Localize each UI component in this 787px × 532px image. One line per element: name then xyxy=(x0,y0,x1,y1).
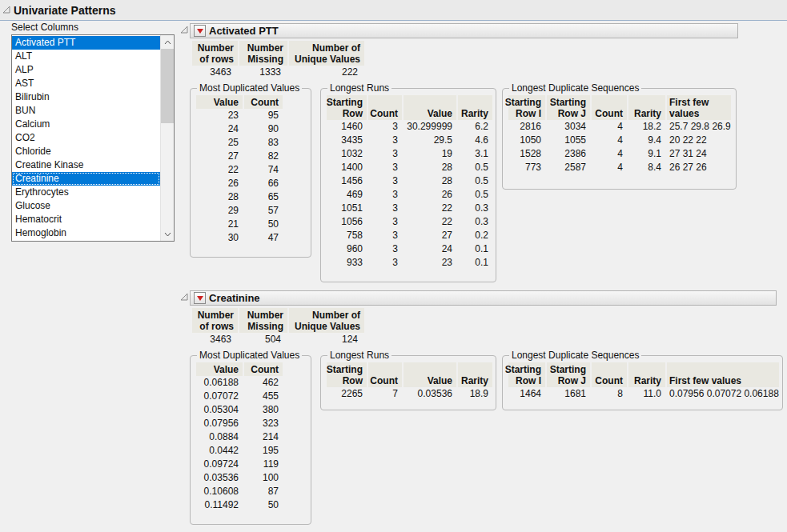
column-header: Value xyxy=(196,95,243,109)
table-cell: 26 27 26 xyxy=(667,161,731,174)
table-cell: 195 xyxy=(244,444,283,458)
column-list-item[interactable]: Glucose xyxy=(12,199,160,213)
table-cell: 0.07956 0.07072 0.06188 xyxy=(667,387,779,401)
table-cell: 22 xyxy=(404,215,456,229)
select-columns-listbox[interactable]: Activated PTT ALT ALP AST Bilirubin BUN … xyxy=(11,34,175,242)
table-cell: 214 xyxy=(244,430,283,444)
table-cell: 0.5 xyxy=(458,174,492,188)
table-cell: 74 xyxy=(244,163,283,177)
disclosure-triangle-icon[interactable] xyxy=(2,5,10,16)
column-list-item-label: Bilirubin xyxy=(15,91,50,102)
table-row: 0.0442 195 xyxy=(196,444,307,458)
listbox-scrollbar[interactable] xyxy=(160,35,174,241)
column-list-item[interactable]: Erythrocytes xyxy=(12,186,160,199)
table-cell: 1464 xyxy=(508,387,545,401)
column-list-item[interactable]: ALT xyxy=(12,50,160,63)
column-header: Number Missing xyxy=(239,308,287,333)
table-row: 26 66 xyxy=(196,177,307,190)
table-row: 0.07072 455 xyxy=(196,390,307,403)
table-cell: 3 xyxy=(368,215,402,229)
most-duplicated-values-box: Most Duplicated Values Value Count 0.061… xyxy=(190,350,311,525)
table-row: 0.05304 380 xyxy=(196,403,307,417)
table-cell: 24 xyxy=(404,242,456,256)
table-cell: 2386 xyxy=(547,147,590,161)
table-cell: 22 xyxy=(404,202,456,215)
table-row: 21 50 xyxy=(196,218,307,231)
table-cell: 323 xyxy=(244,417,283,430)
longest-runs-box: Longest Runs Starting Row Count Value Ra… xyxy=(320,350,496,410)
table-row: 3435 3 29.5 4.6 xyxy=(327,134,492,147)
table-cell: 1456 xyxy=(327,174,367,188)
disclosure-triangle-icon[interactable] xyxy=(180,292,188,303)
column-header: Count xyxy=(592,362,627,387)
column-list-item-label: ALT xyxy=(15,50,32,62)
chevron-up-icon xyxy=(164,40,171,45)
table-cell: 0.05304 xyxy=(196,403,243,417)
column-list-item[interactable]: Creatine Kinase xyxy=(12,158,160,172)
most-duplicated-values-table: Value Count 0.06188 462 0.07072 455 xyxy=(196,362,307,512)
column-list-item-label: Calcium xyxy=(15,118,50,130)
red-triangle-menu-button[interactable] xyxy=(194,292,206,304)
column-header: Starting Row I xyxy=(508,95,545,120)
column-list-item[interactable]: Bilirubin xyxy=(12,90,160,104)
column-list-item-label: Creatine Kinase xyxy=(15,159,83,170)
table-cell: 2587 xyxy=(547,161,590,174)
table-cell: 1055 xyxy=(547,134,590,147)
table-row: 1464 1681 8 11.0 0.07956 0.07072 0.06188 xyxy=(508,387,779,401)
table-cell: 0.06188 xyxy=(196,376,243,390)
table-row: 30 47 xyxy=(196,231,307,245)
table-cell: 469 xyxy=(327,188,367,202)
column-list-item[interactable]: Chloride xyxy=(12,145,160,158)
column-header: Value xyxy=(404,95,456,120)
table-cell: 1460 xyxy=(327,120,367,134)
scroll-down-button[interactable] xyxy=(161,227,175,241)
column-header: Rarity xyxy=(458,362,492,387)
disclosure-triangle-icon[interactable] xyxy=(180,25,188,36)
select-columns-label: Select Columns xyxy=(11,22,78,33)
column-header: Count xyxy=(244,95,283,109)
table-cell: 0.03536 xyxy=(196,471,243,485)
column-list-item[interactable]: Creatinine xyxy=(12,172,160,186)
column-list-item[interactable]: ALP xyxy=(12,63,160,77)
column-list-item[interactable]: CO2 xyxy=(12,131,160,145)
column-header: Number of rows xyxy=(192,308,238,333)
table-row: 1050 1055 4 9.4 20 22 22 xyxy=(508,134,733,147)
red-triangle-icon xyxy=(197,29,203,34)
red-triangle-menu-button[interactable] xyxy=(194,25,206,37)
table-cell: 9.1 xyxy=(628,147,665,161)
section-header-activated-ptt: Activated PTT xyxy=(190,23,738,38)
summary-table: Number of rows Number Missing Number of … xyxy=(192,41,364,79)
table-cell: 4 xyxy=(592,147,627,161)
table-cell: 0.09724 xyxy=(196,458,243,471)
table-cell: 4 xyxy=(592,161,627,174)
longest-duplicate-sequences-table: Starting Row I Starting Row J Count Rari… xyxy=(508,362,779,401)
red-triangle-icon xyxy=(197,296,203,301)
column-header: Count xyxy=(244,362,283,376)
scrollbar-thumb[interactable] xyxy=(161,49,175,123)
table-cell: 4 xyxy=(592,134,627,147)
table-cell: 8 xyxy=(592,387,627,401)
table-cell: 0.3 xyxy=(458,202,492,215)
column-list-item[interactable]: Hematocrit xyxy=(12,213,160,226)
column-header: Value xyxy=(404,362,456,387)
report-title-band: Univariate Patterns xyxy=(0,0,787,21)
column-list-item[interactable]: BUN xyxy=(12,104,160,118)
table-cell: 30.299999 xyxy=(404,120,456,134)
longest-duplicate-sequences-box: Longest Duplicate Sequences Starting Row… xyxy=(502,82,737,190)
table-cell: 0.11492 xyxy=(196,498,243,512)
column-list-item[interactable]: AST xyxy=(12,77,160,90)
table-cell: 2265 xyxy=(327,387,367,401)
table-cell: 8.4 xyxy=(628,161,665,174)
longest-runs-table: Starting Row Count Value Rarity 2265 7 0… xyxy=(327,362,492,401)
table-row: 1056 3 22 0.3 xyxy=(327,215,492,229)
column-list-item[interactable]: Activated PTT xyxy=(12,36,160,50)
table-cell: 9.4 xyxy=(628,134,665,147)
scroll-up-button[interactable] xyxy=(161,35,175,49)
column-header: Number of Unique Values xyxy=(289,308,364,333)
column-list-item[interactable]: Hemoglobin xyxy=(12,226,160,240)
column-list-item[interactable]: Calcium xyxy=(12,118,160,131)
table-cell: 758 xyxy=(327,229,367,242)
column-header: Starting Row I xyxy=(508,362,545,387)
table-row: 773 2587 4 8.4 26 27 26 xyxy=(508,161,733,174)
table-cell: 0.5 xyxy=(458,188,492,202)
